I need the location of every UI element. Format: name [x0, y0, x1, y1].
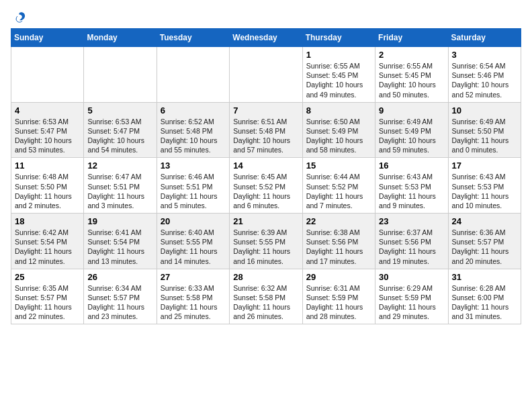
day-info: Sunrise: 6:51 AM Sunset: 5:48 PM Dayligh… [233, 117, 298, 155]
day-cell [230, 47, 302, 103]
day-cell: 31Sunrise: 6:28 AM Sunset: 6:00 PM Dayli… [448, 269, 521, 324]
day-number: 8 [306, 105, 371, 116]
week-row-4: 18Sunrise: 6:42 AM Sunset: 5:54 PM Dayli… [11, 214, 521, 269]
calendar-header: SundayMondayTuesdayWednesdayThursdayFrid… [11, 29, 521, 47]
weekday-saturday: Saturday [448, 29, 521, 47]
page-header [11, 11, 521, 23]
day-number: 28 [233, 272, 298, 282]
weekday-wednesday: Wednesday [230, 29, 302, 47]
day-info: Sunrise: 6:52 AM Sunset: 5:48 PM Dayligh… [161, 117, 226, 155]
day-cell: 29Sunrise: 6:31 AM Sunset: 5:59 PM Dayli… [302, 269, 375, 324]
day-number: 15 [306, 161, 371, 171]
day-number: 5 [87, 105, 152, 116]
day-cell [84, 47, 157, 103]
day-number: 29 [306, 272, 371, 282]
day-info: Sunrise: 6:32 AM Sunset: 5:58 PM Dayligh… [233, 283, 298, 322]
day-number: 13 [161, 161, 226, 171]
week-row-2: 4Sunrise: 6:53 AM Sunset: 5:47 PM Daylig… [11, 102, 521, 158]
day-info: Sunrise: 6:54 AM Sunset: 5:46 PM Dayligh… [452, 61, 517, 99]
day-cell: 26Sunrise: 6:34 AM Sunset: 5:57 PM Dayli… [84, 269, 157, 324]
day-number: 16 [379, 161, 444, 171]
day-cell: 25Sunrise: 6:35 AM Sunset: 5:57 PM Dayli… [11, 269, 84, 324]
day-number: 4 [15, 105, 80, 116]
day-info: Sunrise: 6:28 AM Sunset: 6:00 PM Dayligh… [452, 283, 517, 322]
weekday-thursday: Thursday [302, 29, 375, 47]
day-cell: 9Sunrise: 6:49 AM Sunset: 5:49 PM Daylig… [375, 102, 448, 158]
day-info: Sunrise: 6:37 AM Sunset: 5:56 PM Dayligh… [379, 228, 444, 266]
day-cell [11, 47, 84, 103]
weekday-friday: Friday [375, 29, 448, 47]
day-cell: 18Sunrise: 6:42 AM Sunset: 5:54 PM Dayli… [11, 214, 84, 269]
day-info: Sunrise: 6:39 AM Sunset: 5:55 PM Dayligh… [233, 228, 298, 266]
day-number: 12 [87, 161, 152, 171]
day-cell: 27Sunrise: 6:33 AM Sunset: 5:58 PM Dayli… [157, 269, 229, 324]
day-info: Sunrise: 6:55 AM Sunset: 5:45 PM Dayligh… [306, 61, 371, 99]
week-row-1: 1Sunrise: 6:55 AM Sunset: 5:45 PM Daylig… [11, 47, 521, 103]
day-info: Sunrise: 6:46 AM Sunset: 5:51 PM Dayligh… [161, 172, 226, 210]
day-info: Sunrise: 6:55 AM Sunset: 5:45 PM Dayligh… [379, 61, 444, 99]
day-info: Sunrise: 6:35 AM Sunset: 5:57 PM Dayligh… [15, 283, 80, 322]
day-info: Sunrise: 6:47 AM Sunset: 5:51 PM Dayligh… [87, 172, 152, 210]
day-info: Sunrise: 6:53 AM Sunset: 5:47 PM Dayligh… [15, 117, 80, 155]
weekday-header-row: SundayMondayTuesdayWednesdayThursdayFrid… [11, 29, 521, 47]
day-number: 23 [379, 216, 444, 226]
day-info: Sunrise: 6:31 AM Sunset: 5:59 PM Dayligh… [306, 283, 371, 322]
day-info: Sunrise: 6:33 AM Sunset: 5:58 PM Dayligh… [161, 283, 226, 322]
day-cell: 8Sunrise: 6:50 AM Sunset: 5:49 PM Daylig… [302, 102, 375, 158]
day-cell: 10Sunrise: 6:49 AM Sunset: 5:50 PM Dayli… [448, 102, 521, 158]
day-cell: 11Sunrise: 6:48 AM Sunset: 5:50 PM Dayli… [11, 158, 84, 214]
day-number: 9 [379, 105, 444, 116]
day-number: 6 [161, 105, 226, 116]
day-cell: 22Sunrise: 6:38 AM Sunset: 5:56 PM Dayli… [302, 214, 375, 269]
day-info: Sunrise: 6:40 AM Sunset: 5:55 PM Dayligh… [161, 228, 226, 266]
day-info: Sunrise: 6:49 AM Sunset: 5:49 PM Dayligh… [379, 117, 444, 155]
day-number: 18 [15, 216, 80, 226]
day-cell: 21Sunrise: 6:39 AM Sunset: 5:55 PM Dayli… [230, 214, 302, 269]
day-number: 27 [161, 272, 226, 282]
day-info: Sunrise: 6:53 AM Sunset: 5:47 PM Dayligh… [87, 117, 152, 155]
day-info: Sunrise: 6:44 AM Sunset: 5:52 PM Dayligh… [306, 172, 371, 210]
day-info: Sunrise: 6:38 AM Sunset: 5:56 PM Dayligh… [306, 228, 371, 266]
day-number: 3 [452, 50, 517, 60]
day-number: 17 [452, 161, 517, 171]
day-info: Sunrise: 6:29 AM Sunset: 5:59 PM Dayligh… [379, 283, 444, 322]
weekday-tuesday: Tuesday [157, 29, 229, 47]
day-cell: 5Sunrise: 6:53 AM Sunset: 5:47 PM Daylig… [84, 102, 157, 158]
day-number: 25 [15, 272, 80, 282]
logo-bird-icon [12, 11, 27, 26]
day-cell: 4Sunrise: 6:53 AM Sunset: 5:47 PM Daylig… [11, 102, 84, 158]
day-number: 21 [233, 216, 298, 226]
day-info: Sunrise: 6:36 AM Sunset: 5:57 PM Dayligh… [452, 228, 517, 266]
day-number: 30 [379, 272, 444, 282]
day-info: Sunrise: 6:43 AM Sunset: 5:53 PM Dayligh… [452, 172, 517, 210]
day-cell: 3Sunrise: 6:54 AM Sunset: 5:46 PM Daylig… [448, 47, 521, 103]
day-cell: 12Sunrise: 6:47 AM Sunset: 5:51 PM Dayli… [84, 158, 157, 214]
day-cell: 7Sunrise: 6:51 AM Sunset: 5:48 PM Daylig… [230, 102, 302, 158]
day-cell: 19Sunrise: 6:41 AM Sunset: 5:54 PM Dayli… [84, 214, 157, 269]
day-number: 22 [306, 216, 371, 226]
day-number: 2 [379, 50, 444, 60]
day-cell: 1Sunrise: 6:55 AM Sunset: 5:45 PM Daylig… [302, 47, 375, 103]
day-info: Sunrise: 6:49 AM Sunset: 5:50 PM Dayligh… [452, 117, 517, 155]
day-info: Sunrise: 6:50 AM Sunset: 5:49 PM Dayligh… [306, 117, 371, 155]
week-row-3: 11Sunrise: 6:48 AM Sunset: 5:50 PM Dayli… [11, 158, 521, 214]
day-number: 10 [452, 105, 517, 116]
weekday-monday: Monday [84, 29, 157, 47]
day-cell [157, 47, 229, 103]
day-number: 20 [161, 216, 226, 226]
day-cell: 2Sunrise: 6:55 AM Sunset: 5:45 PM Daylig… [375, 47, 448, 103]
day-cell: 20Sunrise: 6:40 AM Sunset: 5:55 PM Dayli… [157, 214, 229, 269]
day-cell: 28Sunrise: 6:32 AM Sunset: 5:58 PM Dayli… [230, 269, 302, 324]
day-number: 11 [15, 161, 80, 171]
week-row-5: 25Sunrise: 6:35 AM Sunset: 5:57 PM Dayli… [11, 269, 521, 324]
day-number: 31 [452, 272, 517, 282]
day-cell: 15Sunrise: 6:44 AM Sunset: 5:52 PM Dayli… [302, 158, 375, 214]
weekday-sunday: Sunday [11, 29, 84, 47]
day-info: Sunrise: 6:48 AM Sunset: 5:50 PM Dayligh… [15, 172, 80, 210]
day-cell: 17Sunrise: 6:43 AM Sunset: 5:53 PM Dayli… [448, 158, 521, 214]
logo [11, 11, 27, 23]
day-info: Sunrise: 6:43 AM Sunset: 5:53 PM Dayligh… [379, 172, 444, 210]
day-number: 7 [233, 105, 298, 116]
day-number: 1 [306, 50, 371, 60]
day-cell: 30Sunrise: 6:29 AM Sunset: 5:59 PM Dayli… [375, 269, 448, 324]
